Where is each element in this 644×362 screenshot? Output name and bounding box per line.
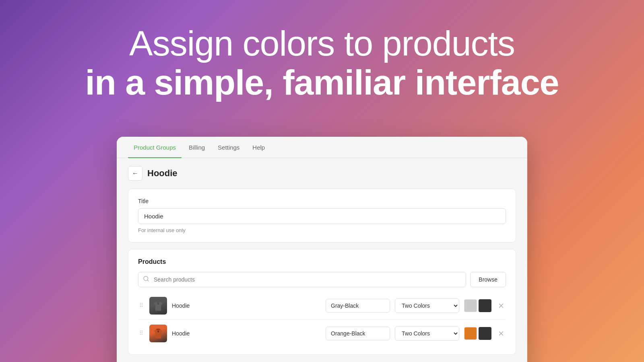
tab-settings[interactable]: Settings	[212, 137, 245, 158]
svg-point-16	[142, 334, 142, 335]
swatch-black[interactable]	[479, 327, 491, 340]
svg-point-3	[142, 303, 142, 304]
app-card: Product Groups Billing Settings Help ← H…	[117, 137, 527, 362]
color-type-select[interactable]: Two Colors	[395, 298, 459, 313]
svg-point-13	[140, 332, 141, 333]
hero-line1: Assign colors to products	[0, 24, 644, 63]
row-divider	[138, 319, 506, 320]
title-helper: For internal use only	[138, 227, 506, 233]
color-swatches	[464, 299, 491, 312]
title-input[interactable]	[138, 208, 506, 224]
page-header: ← Hoodie	[128, 166, 516, 181]
svg-point-17	[157, 331, 159, 333]
remove-button[interactable]	[496, 301, 506, 311]
product-name: Hoodie	[172, 330, 321, 337]
remove-button[interactable]	[496, 329, 506, 338]
color-name-input[interactable]	[326, 327, 390, 340]
main-content: ← Hoodie Title For internal use only Pro…	[117, 158, 527, 362]
title-section: Title For internal use only	[128, 189, 516, 243]
products-section: Products Browse	[128, 249, 516, 355]
swatch-black[interactable]	[479, 299, 491, 312]
search-wrapper	[138, 272, 466, 287]
svg-point-7	[142, 306, 142, 307]
svg-point-5	[142, 304, 142, 305]
svg-point-11	[140, 331, 141, 331]
hero-line2: in a simple, familiar interface	[0, 63, 644, 102]
drag-handle-icon[interactable]	[138, 302, 144, 310]
page-title: Hoodie	[147, 168, 178, 179]
svg-point-12	[142, 331, 142, 331]
nav-tabs: Product Groups Billing Settings Help	[117, 137, 527, 158]
svg-point-6	[140, 306, 141, 307]
tab-help[interactable]: Help	[247, 137, 270, 158]
swatch-orange[interactable]	[464, 327, 477, 340]
product-name: Hoodie	[172, 302, 321, 309]
product-thumbnail	[149, 325, 167, 342]
svg-point-14	[142, 332, 142, 333]
color-type-select[interactable]: Two Colors	[395, 326, 459, 341]
search-input[interactable]	[138, 272, 466, 287]
hero-section: Assign colors to products in a simple, f…	[0, 0, 644, 102]
drag-handle-icon[interactable]	[138, 329, 144, 337]
title-label: Title	[138, 198, 506, 204]
product-thumbnail	[149, 297, 167, 315]
products-header: Products	[138, 258, 506, 265]
color-name-input[interactable]	[326, 299, 390, 313]
browse-button[interactable]: Browse	[470, 272, 506, 287]
swatch-gray[interactable]	[464, 299, 477, 312]
svg-point-2	[140, 303, 141, 304]
product-row: Hoodie Two Colors	[138, 294, 506, 318]
search-row: Browse	[138, 272, 506, 287]
back-button[interactable]: ←	[128, 166, 142, 181]
tab-product-groups[interactable]: Product Groups	[128, 137, 182, 158]
svg-point-4	[140, 304, 141, 305]
product-row: Hoodie Two Colors	[138, 321, 506, 346]
svg-point-8	[157, 303, 159, 305]
svg-point-15	[140, 334, 141, 335]
tab-billing[interactable]: Billing	[183, 137, 211, 158]
color-swatches	[464, 327, 491, 340]
